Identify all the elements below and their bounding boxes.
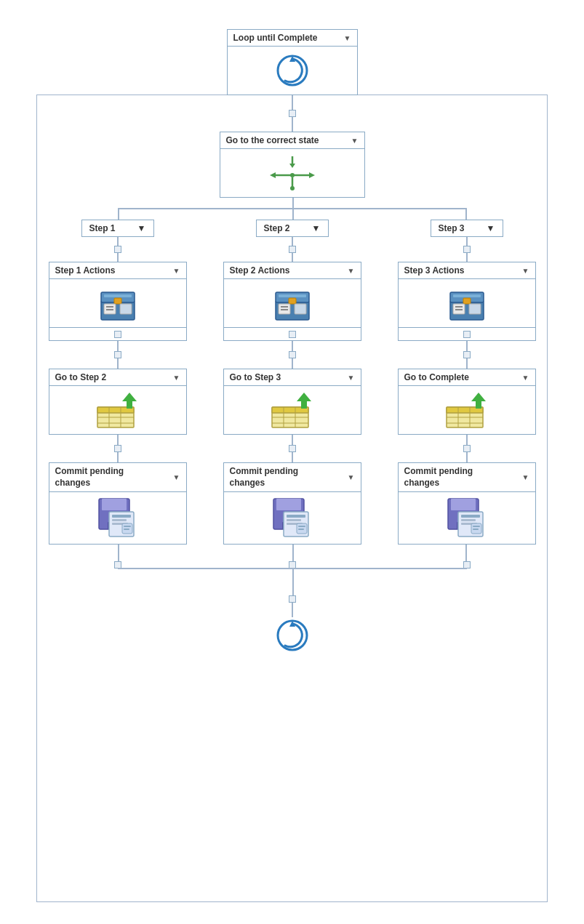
svg-marker-56 (471, 393, 486, 401)
svg-rect-17 (120, 304, 132, 314)
goto-3-dropdown[interactable]: ▼ (522, 374, 529, 382)
svg-rect-59 (102, 499, 127, 510)
c16 (292, 452, 293, 462)
svg-rect-29 (463, 298, 471, 304)
commit-2-body (265, 492, 320, 544)
commit-3-dropdown[interactable]: ▼ (522, 473, 529, 481)
col-conn-1 (45, 237, 191, 262)
commit-1-icon (96, 498, 140, 538)
action-2-svg (271, 285, 313, 321)
svg-rect-33 (469, 304, 481, 314)
loop-dropdown[interactable]: ▼ (344, 34, 351, 42)
loop-icon (274, 52, 311, 89)
col-conn-3 (394, 237, 540, 262)
action-3-dropdown[interactable]: ▼ (522, 267, 529, 275)
goto-1-dropdown[interactable]: ▼ (173, 374, 180, 382)
action-2-dropdown[interactable]: ▼ (348, 267, 355, 275)
conn3-col-3 (394, 435, 540, 462)
svg-point-9 (290, 186, 295, 190)
svg-rect-41 (127, 401, 132, 409)
action-1-dropdown[interactable]: ▼ (173, 267, 180, 275)
c14 (117, 452, 119, 462)
action-3-svg (446, 285, 488, 321)
c9 (292, 341, 293, 351)
commit-2-node: Commit pending changes ▼ (223, 462, 361, 545)
flow-container: Loop until Complete ▼ Go to the (0, 15, 584, 668)
svg-rect-20 (279, 294, 306, 297)
c6 (466, 253, 468, 262)
cb1 (114, 246, 121, 253)
cb5 (289, 351, 296, 358)
action-1-body (90, 279, 145, 327)
c10 (292, 358, 293, 369)
c13 (117, 435, 119, 445)
svg-rect-83 (461, 519, 476, 521)
branch-v-left (118, 208, 119, 220)
goto-1-label: Go to Step 2 (55, 372, 107, 382)
commit-2-dropdown[interactable]: ▼ (348, 473, 355, 481)
conn3-col-2 (220, 435, 365, 462)
commit-row: Commit pending changes ▼ (45, 462, 540, 545)
svg-rect-79 (451, 499, 476, 510)
final-conn-v (292, 603, 293, 617)
commit-1-svg (96, 497, 140, 539)
goto-3-body (439, 386, 495, 434)
goto-1-node: Go to Step 2 ▼ (49, 369, 187, 435)
conn-v-1 (292, 95, 293, 110)
end-loop-icon (274, 617, 311, 654)
merge-v-left-top (118, 545, 119, 563)
cb9 (463, 445, 471, 452)
svg-marker-6 (309, 172, 315, 178)
conn-row-1 (45, 237, 540, 262)
loop-svg (275, 53, 310, 88)
commit-1-node: Commit pending changes ▼ (49, 462, 187, 545)
step-1-dropdown[interactable]: ▼ (137, 223, 146, 233)
conn-row-2 (45, 341, 540, 369)
goto-col-1: Go to Step 2 ▼ (45, 369, 191, 435)
svg-rect-63 (112, 519, 127, 521)
c17 (466, 435, 468, 445)
action-1-node: Step 1 Actions ▼ (49, 262, 187, 341)
svg-rect-82 (461, 515, 480, 518)
svg-rect-28 (453, 294, 481, 297)
svg-rect-31 (455, 306, 463, 308)
svg-rect-76 (298, 526, 305, 527)
route-label: Go to the correct state (226, 135, 319, 145)
commit-3-svg (445, 497, 489, 539)
action-1-label: Step 1 Actions (55, 265, 116, 276)
svg-rect-24 (281, 309, 288, 310)
goto-3-label: Go to Complete (404, 372, 469, 382)
step-2-dropdown[interactable]: ▼ (312, 223, 321, 233)
commit-col-2: Commit pending changes ▼ (220, 462, 365, 545)
svg-rect-23 (281, 306, 288, 308)
commit-3-label: Commit pending changes (404, 466, 499, 489)
goto-col-2: Go to Step 3 ▼ (220, 369, 365, 435)
svg-marker-5 (270, 172, 276, 178)
goto-2-icon (271, 392, 314, 428)
c1 (117, 237, 119, 246)
cb4 (114, 351, 121, 358)
merge-connector (45, 545, 540, 595)
svg-rect-69 (276, 499, 301, 510)
route-dropdown[interactable]: ▼ (351, 137, 359, 145)
commit-1-header: Commit pending changes ▼ (49, 463, 186, 492)
commit-1-body (90, 492, 145, 544)
loop-body (268, 47, 316, 95)
action-1-icon (96, 285, 140, 321)
svg-marker-3 (289, 164, 295, 168)
col-1: Step 1 ▼ (45, 220, 191, 237)
commit-col-3: Commit pending changes ▼ (394, 462, 540, 545)
c2 (117, 253, 119, 262)
end-loop-svg (275, 618, 310, 653)
c3 (292, 237, 293, 246)
action-3-body (439, 279, 495, 327)
step-3-dropdown[interactable]: ▼ (487, 223, 495, 233)
branch-v-right (465, 208, 467, 220)
cb3 (463, 246, 471, 253)
action-col-2: Step 2 Actions ▼ (220, 262, 365, 341)
step-3-node: Step 3 ▼ (431, 220, 503, 237)
commit-1-label: Commit pending changes (55, 466, 150, 489)
commit-2-svg (271, 497, 314, 539)
commit-1-dropdown[interactable]: ▼ (173, 473, 180, 481)
goto-2-dropdown[interactable]: ▼ (348, 374, 355, 382)
